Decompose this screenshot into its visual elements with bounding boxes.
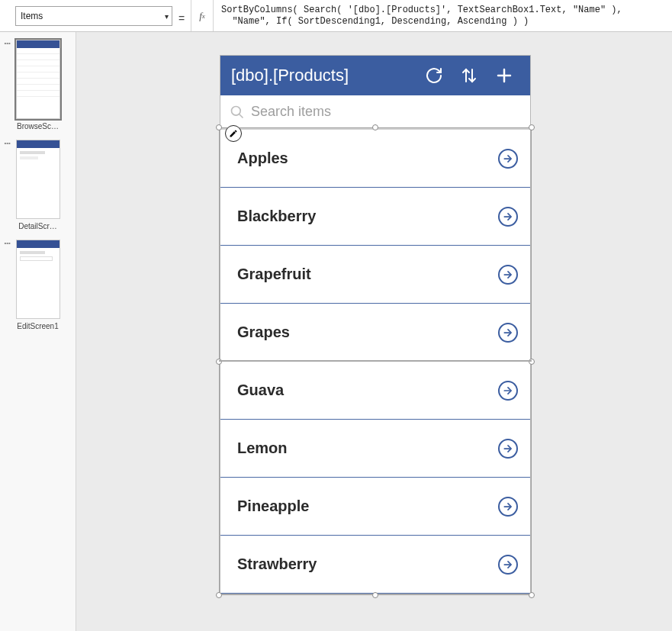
fx-button[interactable]: fx <box>191 0 214 31</box>
list-item[interactable]: Grapes <box>220 304 530 362</box>
screen-thumb-browse[interactable]: BrowseSc… <box>15 40 61 130</box>
list-item[interactable]: Grapefruit <box>220 246 530 304</box>
list-item[interactable]: Apples <box>220 130 530 188</box>
item-next-button[interactable] <box>498 265 518 285</box>
screen-thumb-edit[interactable]: EditScreen1 <box>15 240 61 330</box>
property-dropdown[interactable]: Items ▾ <box>15 6 172 26</box>
item-title: Blackberry <box>237 208 316 225</box>
equals-sign: = <box>172 0 191 31</box>
thumb-image <box>16 240 60 319</box>
sort-button[interactable] <box>454 60 484 91</box>
item-next-button[interactable] <box>498 381 518 401</box>
thumb-label: DetailScr… <box>18 222 57 230</box>
arrow-right-icon <box>503 269 513 280</box>
workarea: ••• BrowseSc… ••• DetailScr… <box>0 32 672 631</box>
screens-panel: ••• BrowseSc… ••• DetailScr… <box>0 32 76 631</box>
more-icon[interactable]: ••• <box>5 140 11 146</box>
refresh-icon <box>425 66 443 85</box>
list-item[interactable]: Pineapple <box>220 478 530 536</box>
list-item[interactable]: Blackberry <box>220 188 530 246</box>
arrow-right-icon <box>503 211 513 222</box>
list-item[interactable]: Lemon <box>220 420 530 478</box>
thumb-image <box>16 40 60 119</box>
item-title: Apples <box>237 150 288 167</box>
thumb-label: EditScreen1 <box>17 322 58 330</box>
screen-thumb-detail[interactable]: DetailScr… <box>15 140 61 230</box>
browse-gallery[interactable]: ApplesBlackberryGrapefruitGrapesGuavaLem… <box>220 129 530 594</box>
arrow-right-icon <box>503 559 513 570</box>
more-icon[interactable]: ••• <box>5 240 11 246</box>
item-next-button[interactable] <box>498 439 518 459</box>
add-button[interactable] <box>489 60 519 91</box>
more-icon[interactable]: ••• <box>5 40 11 47</box>
chevron-down-icon: ▾ <box>165 12 169 21</box>
item-next-button[interactable] <box>498 207 518 227</box>
property-dropdown-value: Items <box>21 11 43 21</box>
search-icon <box>230 105 245 120</box>
item-next-button[interactable] <box>498 323 518 343</box>
item-title: Grapes <box>237 324 290 341</box>
arrow-right-icon <box>503 443 513 454</box>
thumb-image <box>16 140 60 219</box>
svg-point-2 <box>232 106 241 115</box>
pencil-icon <box>229 129 238 138</box>
item-title: Lemon <box>237 439 288 457</box>
item-title: Guava <box>237 381 284 399</box>
sort-icon <box>460 66 478 85</box>
arrow-right-icon <box>503 327 513 338</box>
search-placeholder: Search items <box>251 104 331 120</box>
list-item[interactable]: Guava <box>220 362 530 420</box>
plus-icon <box>495 66 513 85</box>
app-header: [dbo].[Products] <box>220 56 530 95</box>
formula-editor[interactable]: SortByColumns( Search( '[dbo].[Products]… <box>214 0 672 31</box>
edit-template-badge[interactable] <box>225 125 242 142</box>
thumb-label: BrowseSc… <box>17 122 59 130</box>
arrow-right-icon <box>503 501 513 512</box>
arrow-right-icon <box>503 153 513 164</box>
design-canvas[interactable]: [dbo].[Products] Search items <box>76 32 672 631</box>
app-title: [dbo].[Products] <box>231 66 414 85</box>
item-next-button[interactable] <box>498 149 518 169</box>
item-title: Grapefruit <box>237 266 311 283</box>
svg-line-3 <box>240 114 243 118</box>
item-next-button[interactable] <box>498 497 518 517</box>
phone-preview: [dbo].[Products] Search items <box>220 55 531 594</box>
formula-bar: Items ▾ = fx SortByColumns( Search( '[db… <box>0 0 672 32</box>
item-title: Strawberry <box>237 555 317 573</box>
arrow-right-icon <box>503 385 513 396</box>
item-next-button[interactable] <box>498 555 518 575</box>
item-title: Pineapple <box>237 497 309 515</box>
search-box[interactable]: Search items <box>220 95 530 129</box>
refresh-button[interactable] <box>419 60 449 91</box>
list-item[interactable]: Strawberry <box>220 536 530 594</box>
